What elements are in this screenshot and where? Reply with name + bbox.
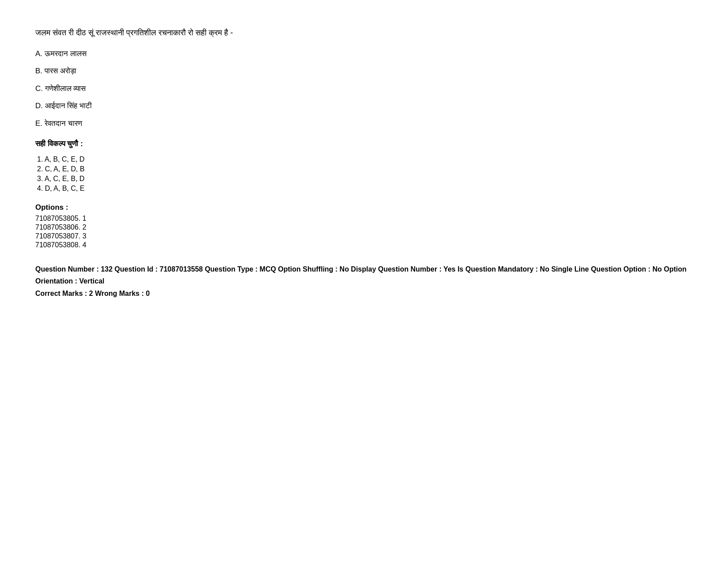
option-d: D. आईदान सिंह भाटी (35, 100, 693, 112)
option-a: A. ऊमरदान लालस (35, 48, 693, 60)
option-entry-4: 71087053808. 4 (35, 241, 693, 249)
answer-3: 3. A, C, E, B, D (37, 175, 693, 183)
question-container: जलम संवत री दीठ सूं राजस्थानी प्रगतिशील … (35, 26, 693, 299)
option-entry-1: 71087053805. 1 (35, 215, 693, 223)
meta-line2: Correct Marks : 2 Wrong Marks : 0 (35, 287, 693, 299)
option-b: B. पारस अरोड़ा (35, 65, 693, 77)
question-text: जलम संवत री दीठ सूं राजस्थानी प्रगतिशील … (35, 26, 693, 39)
answer-options: 1. A, B, C, E, D 2. C, A, E, D, B 3. A, … (37, 155, 693, 193)
answer-2: 2. C, A, E, D, B (37, 165, 693, 173)
meta-line1: Question Number : 132 Question Id : 7108… (35, 263, 693, 287)
option-c: C. गणेशीलाल व्यास (35, 83, 693, 94)
answer-4: 4. D, A, B, C, E (37, 185, 693, 193)
option-e: E. रेवतदान चारण (35, 118, 693, 129)
options-section: Options : 71087053805. 1 71087053806. 2 … (35, 203, 693, 249)
answer-1: 1. A, B, C, E, D (37, 155, 693, 163)
meta-section: Question Number : 132 Question Id : 7108… (35, 263, 693, 299)
choose-label: सही विकल्प चुणौ : (35, 140, 693, 148)
option-entry-3: 71087053807. 3 (35, 232, 693, 240)
option-entry-2: 71087053806. 2 (35, 223, 693, 231)
options-label: Options : (35, 203, 693, 212)
